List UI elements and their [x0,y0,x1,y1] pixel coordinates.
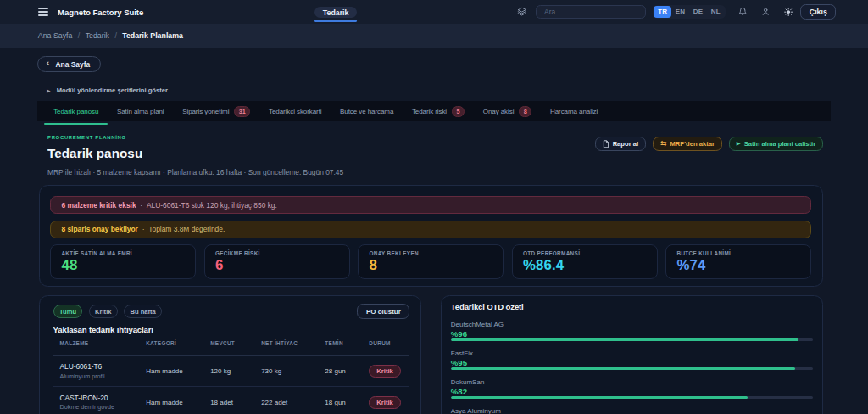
alert-body-text: Toplam 3.8M degerinde. [148,225,225,233]
filter-chip[interactable]: Bu hafta [124,305,162,319]
chevron-left-icon: ‹ [47,59,50,68]
page-title: Tedarik panosu [47,146,343,161]
page-header: PROCUREMENT PLANNİNG Tedarik panosu MRP … [47,135,823,177]
breadcrumb-home[interactable]: Ana Sayfa [38,31,73,40]
kpi-value: %86.4 [523,259,647,272]
topbar: Magneto Factory Suite Tedarik TR EN DE N… [0,0,868,24]
breadcrumb: Ana Sayfa / Tedarik / Tedarik Planlama [0,24,868,48]
material-desc: Dokme demir govde [60,404,145,411]
supplier-otd-panel: Tedarikci OTD ozeti DeutschMetal AG %96 … [441,295,824,414]
tab[interactable]: Tedarikci skorkarti [259,101,331,121]
need-cell: 222 adet [261,399,324,406]
play-icon: ▶ [737,141,741,146]
breadcrumb-section[interactable]: Tedarik [86,31,109,40]
kpi-card: ONAY BEKLEYEN 8 [358,244,504,278]
filter-chip-row: Tumu Kritik Bu hafta PO olustur [53,304,410,319]
page-subtitle: MRP ile hizalı · 5 malzeme kapsamı · Pla… [47,168,343,176]
tab-badge: 8 [519,106,532,117]
supplier-name: Asya Aluminyum [451,406,813,414]
theme-sun-icon[interactable] [784,8,793,16]
tab-badge: 5 [452,106,465,117]
leadtime-cell: 28 gun [325,367,367,375]
summary-panel: 6 malzeme kritik eksik · ALU-6061-T6 sto… [39,185,824,287]
run-plan-button[interactable]: ▶ Satin alma plani calistir [729,137,823,151]
needs-table-row[interactable]: ALU-6061-T6 Aluminyum profil Ham madde 1… [53,356,410,388]
leadtime-cell: 18 gun [325,399,367,406]
tab[interactable]: Tedarik riski 5 [403,101,474,121]
kpi-value: %74 [676,259,800,272]
run-plan-button-label: Satin alma plani calistir [744,140,815,148]
filter-chip[interactable]: Kritik [89,305,118,319]
tab[interactable]: Harcama analizi [541,101,607,121]
breadcrumb-separator: / [114,31,116,40]
module-tab-tedarik[interactable]: Tedarik [314,7,357,18]
tab-label: Tedarik panosu [53,108,98,115]
ribbon-toggle-label: Modül yönlendirme şeritlerini göster [57,87,168,94]
mrp-import-button[interactable]: ⇆ MRP'den aktar [653,137,722,151]
tab[interactable]: Tedarik panosu [44,101,108,121]
language-button[interactable]: DE [689,6,707,18]
tab-label: Tedarik riski [412,108,447,115]
tab-label: Onay akisi [483,108,515,115]
user-icon[interactable] [761,7,770,16]
kpi-label: OTD PERFORMANSİ [523,250,647,257]
need-cell: 730 kg [261,367,324,375]
bell-icon[interactable] [738,7,747,16]
needs-panel-title: Yaklasan tedarik ihtiyaclari [53,325,410,335]
module-tabstrip: Tedarik panosu Satin alma plani Siparis … [37,101,831,121]
layers-icon[interactable] [517,7,526,16]
logout-button[interactable]: Çıkış [800,4,836,20]
breadcrumb-separator: / [78,31,80,40]
ribbon-toggle[interactable]: ▶ Modül yönlendirme şeritlerini göster [47,87,168,94]
language-button[interactable]: EN [671,6,689,18]
supplier-name: DeutschMetal AG [451,320,813,330]
kpi-label: ONAY BEKLEYEN [369,250,492,257]
tab[interactable]: Satin alma plani [108,101,173,121]
alert-banner: 8 siparis onay bekliyor · Toplam 3.8M de… [50,221,811,239]
tab[interactable]: Onay akisi 8 [474,101,541,121]
app-root: { "topbar": { "brand": "Magneto Factory … [0,0,868,414]
material-cell: CAST-IRON-20 Dokme demir govde [60,394,145,412]
eyebrow-label: PROCUREMENT PLANNİNG [47,135,343,141]
kpi-value: 48 [61,259,185,272]
needs-table: MALZEME KATEGORİ MEVCUT NET İHTİYAC TEMİ… [53,340,410,414]
kpi-card: GECİKME RİSKİ 6 [204,244,350,278]
material-cell: ALU-6061-T6 Aluminyum profil [60,362,145,381]
kpi-label: GECİKME RİSKİ [215,250,339,257]
report-button-label: Rapor al [613,140,638,148]
col-net-ihtiyac: NET İHTİYAC [261,340,324,347]
create-po-button[interactable]: PO olustur [357,304,409,319]
tab-label: Tedarikci skorkarti [269,108,322,115]
material-desc: Aluminyum profil [60,373,145,381]
search-input[interactable] [536,5,646,20]
needs-table-header: MALZEME KATEGORİ MEVCUT NET İHTİYAC TEMİ… [53,340,410,356]
col-malzeme: MALZEME [60,340,145,347]
needs-table-row[interactable]: CAST-IRON-20 Dokme demir govde Ham madde… [53,387,410,414]
back-home-button[interactable]: ‹ Ana Sayfa [37,56,101,71]
page-header-actions: Rapor al ⇆ MRP'den aktar ▶ Satin alma pl… [595,137,824,151]
supplier-otd-value: %96 [451,331,813,338]
tab[interactable]: Butce ve harcama [331,101,403,121]
disclosure-triangle-icon: ▶ [47,88,50,93]
col-mevcut: MEVCUT [210,340,259,347]
menu-icon[interactable] [38,8,48,15]
transfer-arrows-icon: ⇆ [660,140,666,148]
language-button[interactable]: NL [707,6,725,18]
procurement-needs-panel: Tumu Kritik Bu hafta PO olustur Yaklasan… [39,295,422,414]
status-badge: Kritik [369,396,400,409]
kpi-card: BUTCE KULLANİMİ %74 [665,244,811,278]
language-button[interactable]: TR [654,6,671,18]
supplier-otd-value: %95 [451,360,813,366]
report-button[interactable]: Rapor al [595,137,646,151]
kpi-value: 6 [215,259,339,272]
supplier-name: FastFix [451,349,813,359]
col-kategori: KATEGORİ [146,340,209,347]
kpi-label: BUTCE KULLANİMİ [676,250,800,257]
supplier-otd-bar [451,338,813,342]
stock-cell: 120 kg [210,367,259,375]
page-header-text: PROCUREMENT PLANNİNG Tedarik panosu MRP … [47,135,343,177]
supplier-otd-item: DeutschMetal AG %96 [451,320,813,341]
filter-chip[interactable]: Tumu [53,305,83,319]
tab[interactable]: Siparis yonetimi 31 [173,101,259,121]
alert-separator: · [142,225,145,233]
